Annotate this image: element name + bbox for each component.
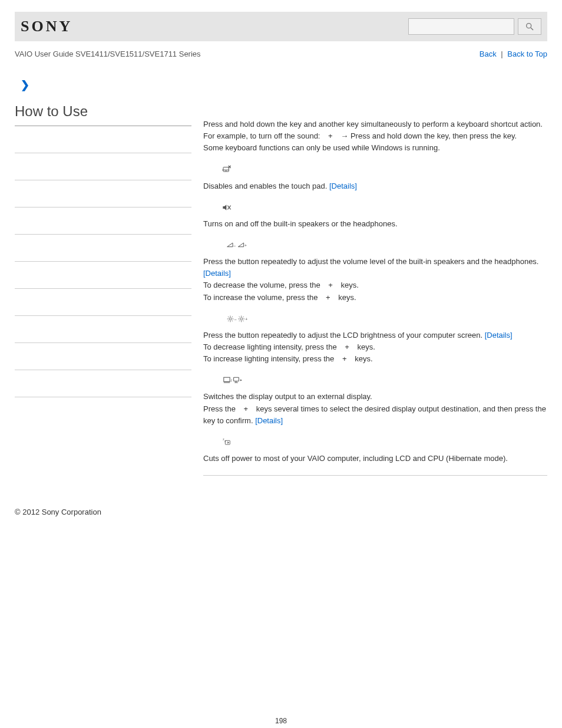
volume-minus-plus-icon: – + (221, 241, 254, 250)
brightness-desc: Press the button repeatedly to adjust th… (203, 331, 485, 340)
brightness-details-link[interactable]: [Details] (485, 331, 513, 340)
volume-increase: To increase the volume, press the + keys… (203, 292, 547, 304)
volume-details-link[interactable]: [Details] (203, 269, 231, 278)
sidebar-item[interactable] (15, 343, 191, 370)
svg-point-0 (527, 24, 531, 28)
sidebar-item[interactable] (15, 262, 191, 289)
search-group (408, 18, 541, 35)
svg-point-24 (240, 318, 243, 320)
svg-text:–: – (234, 317, 237, 321)
function-touchpad: Disables and enables the touch pad. [Det… (203, 164, 547, 192)
guide-title: VAIO User Guide SVE1411/SVE1511/SVE1711 … (15, 50, 201, 58)
display-instructions: Press the + keys several times to select… (203, 403, 547, 427)
volume-decrease: To decrease the volume, press the + keys… (203, 279, 547, 291)
svg-line-30 (243, 320, 243, 321)
display-details-link[interactable]: [Details] (255, 416, 283, 425)
sidebar-item[interactable] (15, 289, 191, 316)
intro-note: Some keyboard functions can only be used… (203, 142, 547, 154)
function-mute: Turns on and off the built-in speakers o… (203, 203, 547, 230)
volume-desc: Press the button repeatedly to adjust th… (203, 257, 538, 266)
svg-text:+: + (245, 317, 247, 321)
header-bar: SONY (15, 12, 547, 41)
hibernate-icon: z z (221, 437, 233, 447)
svg-marker-12 (238, 243, 243, 247)
svg-line-31 (239, 320, 240, 321)
sidebar-item[interactable] (15, 153, 191, 180)
search-input[interactable] (408, 18, 514, 35)
svg-line-20 (232, 320, 233, 321)
brightness-decrease: To decrease lighting intensity, press th… (203, 341, 547, 353)
copyright: © 2012 Sony Corporation (15, 508, 547, 516)
sidebar: How to Use (15, 103, 191, 490)
main-content: Press and hold down the key and another … (203, 103, 547, 490)
svg-marker-40 (240, 380, 242, 381)
back-to-top-link[interactable]: Back to Top (507, 50, 547, 58)
sidebar-item[interactable] (15, 370, 191, 397)
mute-icon (221, 203, 233, 212)
function-volume: – + Press the button repeatedly to adjus… (203, 241, 547, 304)
svg-rect-34 (224, 377, 230, 381)
touchpad-details-link[interactable]: [Details] (329, 182, 357, 190)
sub-header: VAIO User Guide SVE1411/SVE1511/SVE1711 … (15, 41, 547, 73)
chevron-right-icon: ❯ (21, 79, 29, 91)
sidebar-item[interactable] (15, 207, 191, 235)
svg-line-29 (239, 317, 240, 317)
svg-line-32 (243, 317, 243, 317)
display-output-icon: / (221, 375, 244, 385)
search-button[interactable] (518, 18, 541, 35)
svg-line-21 (228, 320, 229, 321)
svg-line-22 (232, 317, 233, 317)
brightness-minus-plus-icon: – + (221, 314, 256, 324)
svg-rect-37 (234, 377, 239, 381)
search-icon (525, 22, 534, 31)
touchpad-desc: Disables and enables the touch pad. (203, 182, 329, 190)
sidebar-item[interactable] (15, 316, 191, 343)
hibernate-desc: Cuts off power to most of your VAIO comp… (203, 453, 547, 465)
svg-line-1 (531, 28, 533, 30)
sidebar-item[interactable] (15, 235, 191, 262)
svg-text:/: / (231, 378, 232, 383)
intro-example: For example, to turn off the sound: + → … (203, 130, 547, 142)
mute-desc: Turns on and off the built-in speakers o… (203, 218, 547, 230)
svg-marker-7 (223, 205, 226, 210)
breadcrumb-arrow-row: ❯ (15, 73, 547, 103)
brightness-increase: To increase lighting intensity, press th… (203, 353, 547, 365)
svg-point-14 (229, 318, 232, 320)
sidebar-item[interactable] (15, 180, 191, 207)
svg-text:–: – (233, 243, 236, 248)
svg-text:+: + (244, 243, 247, 248)
sidebar-title: How to Use (15, 103, 191, 126)
back-link[interactable]: Back (480, 50, 497, 58)
section-divider (203, 475, 547, 476)
page-number: 198 (15, 717, 547, 725)
touchpad-disable-icon (221, 164, 233, 174)
function-brightness: – + Press the button repeatedly to adjus… (203, 314, 547, 365)
svg-marker-44 (227, 441, 229, 443)
sidebar-item[interactable] (15, 126, 191, 153)
separator: | (498, 50, 505, 58)
function-hibernate: z z Cuts off power to most of your VAIO … (203, 437, 547, 465)
intro-paragraph: Press and hold down the key and another … (203, 118, 547, 130)
svg-line-19 (228, 317, 229, 317)
function-display-output: / Switches the display output to an exte… (203, 375, 547, 427)
sony-logo: SONY (21, 18, 72, 35)
display-desc: Switches the display output to an extern… (203, 391, 547, 403)
svg-marker-10 (227, 243, 233, 247)
